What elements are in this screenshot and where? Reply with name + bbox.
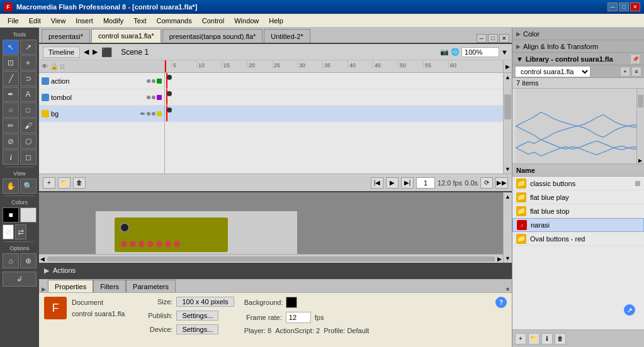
- nav-forward[interactable]: ▶: [93, 48, 98, 56]
- playback-settings[interactable]: ▶▶: [495, 177, 508, 189]
- frame-track-action[interactable]: [165, 73, 503, 89]
- restore-button[interactable]: □: [619, 3, 629, 11]
- layer-action[interactable]: action: [39, 73, 164, 89]
- tab-filters[interactable]: Filters: [93, 280, 126, 292]
- tool-lasso[interactable]: ⊃: [20, 71, 37, 86]
- tool-freexform[interactable]: ⊡: [3, 55, 19, 70]
- lock-dot-bg[interactable]: [152, 112, 155, 116]
- tool-oval[interactable]: ○: [3, 102, 19, 118]
- add-layer-btn[interactable]: +: [43, 177, 55, 189]
- lib-props-btn[interactable]: ℹ: [541, 333, 553, 344]
- menu-commands[interactable]: Commands: [151, 16, 196, 26]
- publish-settings-btn[interactable]: Settings...: [176, 311, 218, 321]
- tool-hand[interactable]: ✋: [3, 179, 19, 194]
- timeline-button[interactable]: Timeline: [43, 47, 80, 58]
- lib-opts-btn[interactable]: ≡: [631, 67, 641, 77]
- zoom-input[interactable]: [461, 47, 499, 57]
- scrollbar-arrow-right[interactable]: ▶: [503, 60, 512, 72]
- swap-color-btn[interactable]: ⇄: [15, 224, 26, 240]
- tab-properties[interactable]: Properties: [48, 280, 93, 292]
- props-arrow[interactable]: ▶: [42, 286, 46, 292]
- canvas-scroll-thumb[interactable]: [47, 256, 495, 262]
- minimize-button[interactable]: ─: [607, 3, 618, 11]
- frame-number-input[interactable]: [416, 177, 435, 189]
- canvas-scroll-down[interactable]: ▼: [504, 254, 512, 263]
- frame-icon[interactable]: □: [60, 63, 64, 70]
- lib-new-folder-btn[interactable]: 📁: [528, 333, 539, 344]
- zoom-dropdown-icon[interactable]: ▼: [501, 48, 508, 56]
- option-1[interactable]: ⌂: [3, 253, 19, 268]
- delete-layer-btn[interactable]: 🗑: [73, 177, 86, 189]
- close-button[interactable]: ✕: [630, 3, 640, 11]
- color-dot-action[interactable]: [157, 79, 162, 84]
- tool-pencil[interactable]: ✏: [3, 118, 19, 133]
- menu-control[interactable]: Control: [197, 16, 229, 26]
- tool-eraser[interactable]: ◻: [20, 150, 37, 165]
- preview-play-btn[interactable]: ▶: [636, 158, 644, 163]
- scrollbar-thumb[interactable]: [504, 94, 511, 119]
- tab-parameters[interactable]: Parameters: [126, 280, 176, 292]
- lib-delete-btn[interactable]: 🗑: [555, 333, 566, 344]
- scrollbar-down[interactable]: ▼: [504, 165, 512, 174]
- menu-view[interactable]: View: [46, 16, 71, 26]
- lib-item-oval-buttons[interactable]: 📁 Oval buttons - red: [512, 232, 644, 246]
- align-panel-header[interactable]: ▶ Align & Info & Transform: [512, 40, 644, 53]
- actions-arrow[interactable]: ▶: [44, 267, 49, 275]
- menu-insert[interactable]: Insert: [71, 16, 98, 26]
- lib-new-item-btn[interactable]: +: [515, 333, 526, 344]
- tool-line[interactable]: ╱: [3, 71, 19, 86]
- editor-restore[interactable]: □: [488, 34, 498, 43]
- add-layer-folder-btn[interactable]: 📁: [58, 177, 71, 189]
- fill-color[interactable]: ▣: [20, 207, 37, 223]
- timeline-scrollbar-v[interactable]: ▲ ▼: [503, 73, 512, 174]
- tool-paintbucket[interactable]: ⬡: [20, 134, 37, 149]
- keyframe-action-1[interactable]: [167, 75, 172, 80]
- lib-new-btn[interactable]: +: [620, 67, 630, 77]
- frame-track-tombol[interactable]: [165, 89, 503, 106]
- props-expand[interactable]: ≡: [506, 285, 509, 292]
- tool-subselect[interactable]: ↗: [20, 40, 37, 55]
- canvas-scroll-left[interactable]: ◀: [39, 256, 46, 262]
- playback-prev[interactable]: |◀: [371, 177, 383, 189]
- frame-track-bg[interactable]: [165, 106, 503, 122]
- tool-pen[interactable]: ✒: [3, 87, 19, 102]
- canvas-scrollbar-h[interactable]: ◀ ▶: [39, 254, 503, 263]
- lock-icon[interactable]: 🔒: [50, 63, 58, 70]
- library-file-select[interactable]: control suara1.fla: [515, 66, 590, 77]
- playback-next[interactable]: ▶|: [401, 177, 414, 189]
- size-btn[interactable]: 100 x 40 pixels: [176, 297, 234, 307]
- option-2[interactable]: ⊕: [20, 253, 37, 268]
- preview-scrollbar[interactable]: ▶: [636, 89, 644, 163]
- canvas-scroll-right[interactable]: ▶: [496, 256, 503, 262]
- layer-tombol[interactable]: tombol: [39, 89, 164, 106]
- color-panel-header[interactable]: ▶ Color: [512, 28, 644, 40]
- help-btn[interactable]: ?: [495, 297, 507, 308]
- snap-btn[interactable]: ↲: [3, 272, 37, 287]
- lib-item-flat-blue-play[interactable]: 📁 flat blue play: [512, 190, 644, 204]
- nav-back[interactable]: ◀: [84, 48, 89, 56]
- lib-item-classic-buttons[interactable]: 📁 classic buttons: [512, 177, 644, 190]
- tool-brush[interactable]: 🖌: [20, 118, 37, 133]
- playback-play[interactable]: ▶: [386, 177, 398, 189]
- playback-loop[interactable]: ⟳: [480, 177, 493, 189]
- framerate-input[interactable]: [286, 312, 311, 323]
- canvas-scroll-up[interactable]: ▲: [504, 192, 512, 201]
- lock-dot-tombol[interactable]: [152, 96, 155, 99]
- tool-inkbottle[interactable]: ⊘: [3, 134, 19, 149]
- tool-zoom[interactable]: 🔍: [20, 179, 37, 194]
- color-dot-bg[interactable]: [157, 111, 162, 116]
- tab-control[interactable]: control suara1.fla*: [91, 29, 161, 43]
- menu-help[interactable]: Help: [264, 16, 288, 26]
- tool-text[interactable]: A: [20, 87, 37, 102]
- vis-dot-action[interactable]: [147, 79, 150, 83]
- menu-file[interactable]: File: [3, 16, 24, 26]
- tool-rectangle[interactable]: □: [20, 102, 37, 118]
- vis-dot-tombol[interactable]: [147, 96, 150, 99]
- editor-minimize[interactable]: ─: [477, 34, 487, 43]
- tab-presentasi[interactable]: presentasi*: [42, 29, 90, 43]
- lock-dot-action[interactable]: [152, 79, 155, 83]
- scrollbar-up[interactable]: ▲: [504, 73, 512, 82]
- no-color-btn[interactable]: ⊘: [3, 224, 14, 240]
- tool-fill[interactable]: ⌖: [20, 55, 37, 70]
- menu-edit[interactable]: Edit: [24, 16, 46, 26]
